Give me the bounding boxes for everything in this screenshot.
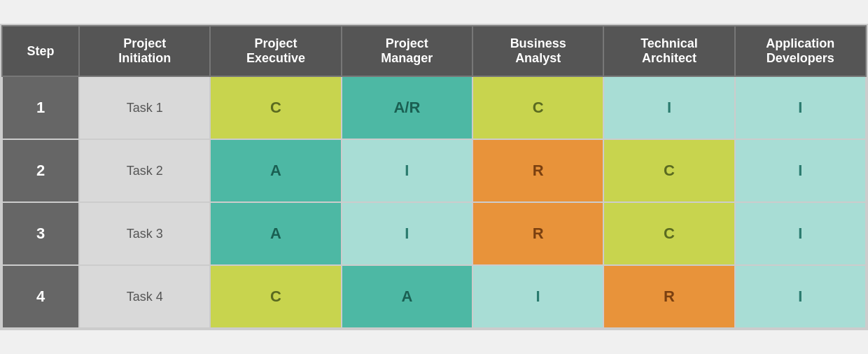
technical-architect-cell-2: C <box>603 139 734 202</box>
project-executive-cell-2: A <box>210 139 341 202</box>
step-cell-4: 4 <box>2 265 79 328</box>
step-cell-3: 3 <box>2 202 79 265</box>
technical-architect-cell-1: I <box>603 76 734 139</box>
application-developers-cell-2: I <box>735 139 866 202</box>
technical-architect-cell-3: C <box>603 202 734 265</box>
application-developers-cell-4: I <box>735 265 866 328</box>
task-cell-3: Task 3 <box>79 202 210 265</box>
step-cell-1: 1 <box>2 76 79 139</box>
project-manager-cell-2: I <box>342 139 472 202</box>
task-cell-1: Task 1 <box>79 76 210 139</box>
business-analyst-cell-4: I <box>472 265 603 328</box>
header-technical-architect: TechnicalArchitect <box>603 26 734 76</box>
application-developers-cell-1: I <box>735 76 866 139</box>
project-manager-cell-4: A <box>342 265 472 328</box>
application-developers-cell-3: I <box>735 202 866 265</box>
header-application-developers: ApplicationDevelopers <box>735 26 866 76</box>
project-manager-cell-1: A/R <box>342 76 472 139</box>
header-project-executive: ProjectExecutive <box>210 26 341 76</box>
raci-table: Step ProjectInitiation ProjectExecutive … <box>1 25 867 329</box>
task-cell-4: Task 4 <box>79 265 210 328</box>
header-step: Step <box>2 26 79 76</box>
business-analyst-cell-2: R <box>472 139 603 202</box>
raci-table-wrapper: Step ProjectInitiation ProjectExecutive … <box>0 24 868 330</box>
project-executive-cell-4: C <box>210 265 341 328</box>
technical-architect-cell-4: R <box>603 265 734 328</box>
business-analyst-cell-1: C <box>472 76 603 139</box>
step-cell-2: 2 <box>2 139 79 202</box>
project-manager-cell-3: I <box>342 202 472 265</box>
header-project-initiation: ProjectInitiation <box>79 26 210 76</box>
project-executive-cell-3: A <box>210 202 341 265</box>
task-cell-2: Task 2 <box>79 139 210 202</box>
header-business-analyst: BusinessAnalyst <box>472 26 603 76</box>
business-analyst-cell-3: R <box>472 202 603 265</box>
project-executive-cell-1: C <box>210 76 341 139</box>
header-project-manager: ProjectManager <box>342 26 472 76</box>
